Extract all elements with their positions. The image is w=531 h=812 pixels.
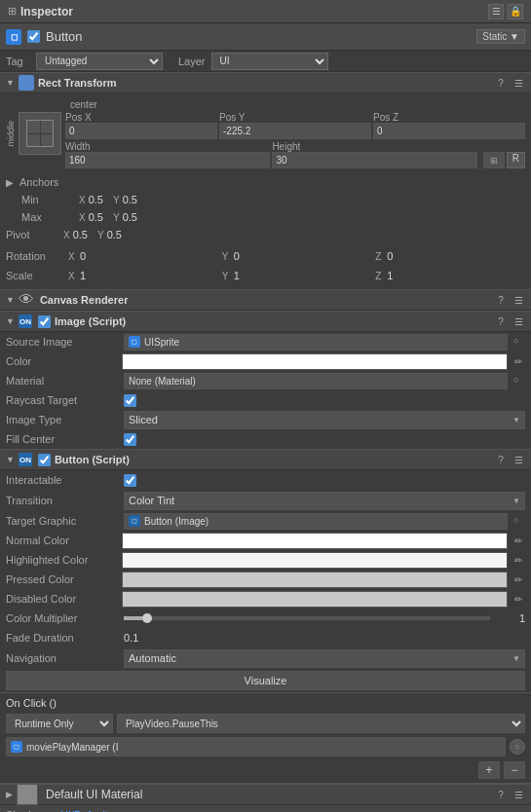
- image-script-enabled[interactable]: [38, 315, 51, 328]
- material-section-header[interactable]: ▶ Default UI Material ? ☰: [0, 784, 531, 805]
- anchors-arrow: ▶: [6, 177, 14, 188]
- image-script-body: Source Image ◻ UISprite ○ Color ✏ Materi…: [0, 332, 531, 449]
- raycast-target-checkbox[interactable]: [124, 394, 136, 407]
- rt-expand-btn[interactable]: ⊞: [483, 152, 505, 168]
- visualize-button[interactable]: Visualize: [6, 671, 525, 690]
- button-script-enabled[interactable]: [38, 454, 51, 466]
- rotation-row: Rotation X 0 Y 0 Z 0: [0, 246, 531, 266]
- material-field[interactable]: None (Material): [124, 373, 508, 389]
- color-swatch[interactable]: [122, 353, 508, 370]
- onclick-target-field[interactable]: ◻ moviePlayManager (I: [6, 737, 506, 757]
- button-script-header[interactable]: ▼ ON Button (Script) ? ☰: [0, 449, 531, 470]
- source-image-select-btn[interactable]: ○: [513, 336, 525, 348]
- source-image-label: Source Image: [6, 336, 118, 348]
- pivot-y: Y 0.5: [97, 229, 122, 240]
- onclick-remove-btn[interactable]: −: [504, 761, 525, 779]
- button-script-body: Interactable Transition Color Tint ▼ Tar…: [0, 470, 531, 690]
- onclick-add-btn[interactable]: +: [478, 761, 500, 779]
- transition-arrow: ▼: [512, 497, 520, 505]
- material-help[interactable]: ?: [494, 788, 508, 801]
- button-script-actions: ? ☰: [494, 453, 525, 466]
- source-image-field[interactable]: ◻ UISprite: [124, 334, 508, 351]
- anchors-min-row: Min X 0.5 Y 0.5: [6, 191, 525, 208]
- object-enabled-checkbox[interactable]: [27, 30, 40, 43]
- object-name: Button: [46, 29, 83, 44]
- layer-dropdown[interactable]: UI: [211, 53, 328, 70]
- disabled-color-edit[interactable]: ✏: [512, 592, 525, 606]
- runtime-only-dropdown[interactable]: Runtime Only: [6, 714, 113, 733]
- interactable-checkbox[interactable]: [124, 474, 136, 487]
- pos-x-input[interactable]: [65, 123, 217, 139]
- onclick-circle-btn[interactable]: ○: [510, 739, 525, 755]
- pressed-color-row: Pressed Color ✏: [0, 570, 531, 589]
- image-script-menu[interactable]: ☰: [512, 314, 525, 328]
- color-multiplier-track[interactable]: [124, 616, 490, 620]
- height-group: Height: [272, 141, 476, 168]
- normal-color-edit[interactable]: ✏: [512, 534, 525, 547]
- highlighted-color-swatch[interactable]: [122, 552, 508, 569]
- onclick-header: On Click (): [6, 697, 525, 709]
- navigation-dropdown[interactable]: Automatic ▼: [124, 649, 525, 668]
- image-script-icon: ON: [19, 314, 32, 328]
- height-label: Height: [272, 141, 476, 152]
- transition-dropdown[interactable]: Color Tint ▼: [124, 492, 525, 510]
- material-row: Material None (Material) ○: [0, 371, 531, 390]
- inspector-title: Inspector: [20, 5, 73, 18]
- object-header: ◻ Button Static ▼: [0, 23, 531, 51]
- fade-duration-label: Fade Duration: [6, 632, 118, 644]
- raycast-target-label: Raycast Target: [6, 394, 118, 406]
- pos-y-input[interactable]: [219, 123, 371, 139]
- fade-duration-value: 0.1: [124, 632, 138, 644]
- anchors-title-row: ▶ Anchors: [6, 173, 525, 191]
- image-type-row: Image Type Sliced ▼: [0, 410, 531, 429]
- anchors-min-x: X 0.5: [79, 194, 103, 205]
- rect-transform-header[interactable]: ▼ Rect Transform ? ☰: [0, 72, 531, 93]
- disabled-color-swatch[interactable]: [122, 591, 508, 608]
- material-select-btn[interactable]: ○: [513, 375, 525, 387]
- image-script-header[interactable]: ▼ ON Image (Script) ? ☰: [0, 311, 531, 332]
- pivot-x: X 0.5: [63, 229, 88, 240]
- target-graphic-select-btn[interactable]: ○: [513, 515, 525, 527]
- target-graphic-row: Target Graphic ◻ Button (Image) ○: [0, 511, 531, 531]
- tag-dropdown[interactable]: Untagged: [36, 53, 163, 70]
- rotation-z-field: Z 0: [375, 250, 525, 262]
- target-graphic-field[interactable]: ◻ Button (Image): [124, 513, 508, 530]
- pos-x-label: Pos X: [65, 112, 217, 123]
- color-edit-btn[interactable]: ✏: [512, 354, 525, 368]
- highlighted-color-edit[interactable]: ✏: [512, 553, 525, 567]
- width-input[interactable]: [65, 152, 270, 168]
- canvas-renderer-menu[interactable]: ☰: [512, 293, 525, 307]
- title-bar-menu-btn[interactable]: ☰: [488, 4, 504, 19]
- color-label: Color: [6, 355, 118, 367]
- normal-color-row: Normal Color ✏: [0, 531, 531, 550]
- button-script-menu[interactable]: ☰: [512, 453, 525, 466]
- pos-z-input[interactable]: [373, 123, 525, 139]
- title-bar-lock-btn[interactable]: 🔒: [508, 4, 523, 19]
- fill-center-row: Fill Center: [0, 429, 531, 449]
- function-dropdown[interactable]: PlayVideo.PauseThis: [117, 714, 525, 733]
- scale-row: Scale X 1 Y 1 Z 1: [0, 266, 531, 285]
- image-type-dropdown[interactable]: Sliced ▼: [124, 411, 525, 429]
- height-input[interactable]: [272, 152, 476, 168]
- normal-color-swatch[interactable]: [122, 533, 508, 549]
- onclick-config-row: Runtime Only PlayVideo.PauseThis: [6, 713, 525, 734]
- pressed-color-swatch[interactable]: [122, 572, 508, 588]
- image-script-help[interactable]: ?: [494, 314, 508, 328]
- canvas-renderer-arrow: ▼: [6, 295, 15, 305]
- anchors-min-vals: X 0.5 Y 0.5: [79, 194, 137, 205]
- anchors-min-label: Min: [21, 194, 75, 205]
- rt-r-btn[interactable]: R: [507, 152, 525, 168]
- material-menu[interactable]: ☰: [512, 788, 525, 801]
- button-script-help[interactable]: ?: [494, 453, 508, 466]
- fill-center-checkbox[interactable]: [124, 433, 136, 446]
- onclick-target-row: ◻ moviePlayManager (I ○: [6, 736, 525, 757]
- rect-transform-menu[interactable]: ☰: [512, 76, 525, 90]
- pressed-color-edit[interactable]: ✏: [512, 572, 525, 586]
- rect-transform-help[interactable]: ?: [494, 76, 508, 90]
- pivot-vals: X 0.5 Y 0.5: [63, 229, 122, 240]
- static-dropdown[interactable]: Static ▼: [476, 29, 525, 44]
- navigation-label: Navigation: [6, 652, 118, 664]
- material-section-actions: ? ☰: [494, 788, 525, 801]
- canvas-renderer-header[interactable]: ▼ 👁 Canvas Renderer ? ☰: [0, 289, 531, 311]
- canvas-renderer-help[interactable]: ?: [494, 293, 508, 307]
